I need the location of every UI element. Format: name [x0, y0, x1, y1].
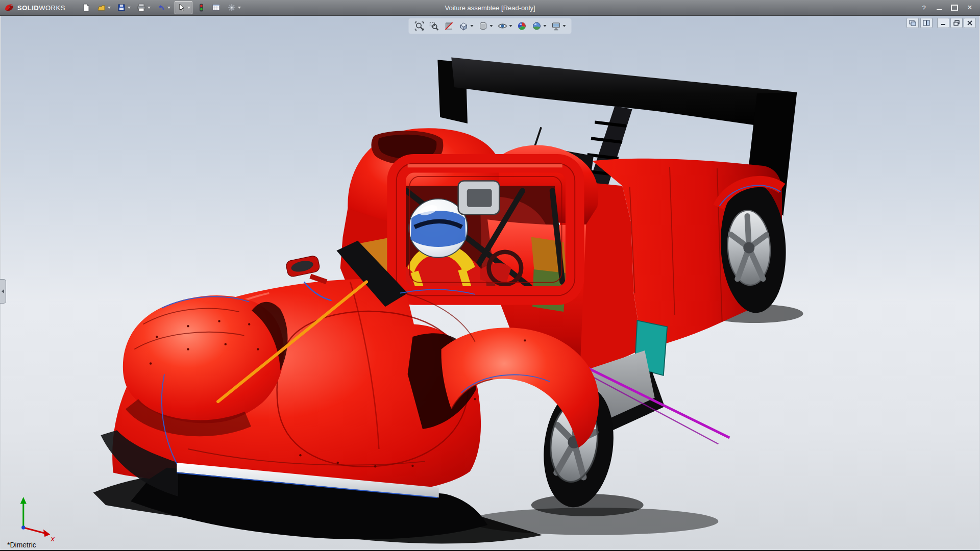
apply-scene-icon [532, 21, 542, 31]
help-button[interactable]: ? [917, 2, 931, 13]
view-orientation-dropdown-arrow[interactable] [471, 25, 474, 27]
hide-show-items-button[interactable] [497, 20, 513, 32]
maximize-icon [951, 5, 958, 11]
logo-area: SOLIDWORKS [0, 3, 65, 13]
view-orientation-icon [459, 21, 469, 31]
open-folder-icon [97, 3, 106, 12]
undo-button[interactable] [155, 1, 173, 14]
new-document-icon [82, 3, 91, 12]
section-view-button[interactable] [444, 20, 455, 32]
new-window-icon [909, 20, 916, 26]
doc-minimize-icon [940, 20, 947, 26]
open-dropdown-arrow[interactable] [108, 7, 111, 9]
close-icon: × [967, 4, 972, 12]
maximize-button[interactable] [947, 2, 962, 13]
feature-panel-handle[interactable] [0, 279, 6, 304]
doc-minimize-button[interactable] [937, 18, 949, 28]
save-icon [117, 3, 126, 12]
undo-dropdown-arrow[interactable] [167, 7, 170, 9]
solidworks-logo-icon [4, 3, 14, 13]
minimize-button[interactable] [932, 2, 946, 13]
doc-restore-button[interactable] [950, 18, 963, 28]
view-settings-button[interactable] [551, 20, 567, 32]
tile-windows-button[interactable] [920, 18, 933, 28]
new-window-button[interactable] [906, 18, 919, 28]
collapse-arrow-icon [2, 289, 4, 293]
undo-icon [157, 3, 166, 12]
apply-scene-button[interactable] [531, 20, 547, 32]
save-button[interactable] [115, 1, 133, 14]
rebuild-icon [197, 3, 206, 12]
document-window-controls [906, 18, 976, 28]
viewport-canvas[interactable]: x [0, 0, 980, 550]
save-dropdown-arrow[interactable] [128, 7, 131, 9]
heads-up-view-toolbar [409, 18, 572, 34]
view-settings-icon [551, 21, 561, 31]
rebuild-button[interactable] [194, 1, 208, 14]
apply-scene-dropdown-arrow[interactable] [544, 25, 547, 27]
triad-x-label: x [51, 535, 55, 543]
edit-appearance-button[interactable] [517, 20, 528, 32]
window-title: Voiture assemblee [Read-only] [445, 0, 535, 15]
window-controls: ? × [917, 2, 980, 13]
main-toolbar [80, 1, 243, 14]
brand-text: SOLIDWORKS [17, 4, 65, 12]
print-button[interactable] [135, 1, 153, 14]
tile-windows-icon [923, 20, 930, 26]
new-document-button[interactable] [80, 1, 93, 14]
view-settings-dropdown-arrow[interactable] [563, 25, 566, 27]
select-dropdown-arrow[interactable] [187, 7, 190, 9]
minimize-icon [937, 9, 942, 10]
hide-show-dropdown-arrow[interactable] [509, 25, 512, 27]
select-button[interactable] [175, 1, 192, 14]
doc-close-button[interactable] [964, 18, 976, 28]
design-table-button[interactable] [210, 1, 223, 14]
section-view-icon [444, 21, 454, 31]
zoom-to-fit-icon [414, 21, 425, 31]
design-table-icon [212, 3, 221, 12]
doc-minmax-group [937, 18, 976, 28]
zoom-to-fit-button[interactable] [414, 20, 425, 32]
helmet-visor [411, 211, 466, 247]
select-cursor-icon [177, 3, 186, 12]
doc-close-icon [966, 20, 973, 26]
display-style-dropdown-arrow[interactable] [490, 25, 493, 27]
titlebar: SOLIDWORKS [0, 0, 980, 16]
zoom-to-area-icon [429, 21, 439, 31]
doc-restore-icon [953, 20, 960, 26]
view-orientation-button[interactable] [458, 20, 474, 32]
options-dropdown-arrow[interactable] [238, 7, 241, 9]
zoom-to-area-button[interactable] [429, 20, 440, 32]
intake-snorkel[interactable] [458, 181, 500, 214]
hide-show-items-icon [498, 21, 508, 31]
close-button[interactable]: × [963, 2, 977, 13]
open-button[interactable] [95, 1, 113, 14]
print-dropdown-arrow[interactable] [148, 7, 151, 9]
orientation-label: *Dimetric [7, 541, 36, 549]
print-icon [137, 3, 146, 12]
display-style-button[interactable] [478, 20, 494, 32]
display-style-icon [478, 21, 488, 31]
options-button[interactable] [225, 1, 243, 14]
viewport[interactable]: x [0, 0, 980, 550]
options-gear-icon [227, 3, 236, 12]
solidworks-window: x SOLIDWORKS [0, 0, 980, 551]
edit-appearance-icon [517, 21, 527, 31]
